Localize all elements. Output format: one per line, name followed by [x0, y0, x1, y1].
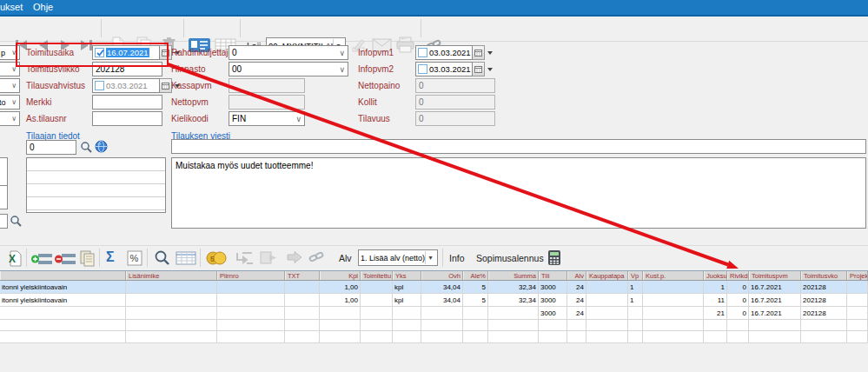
table-cell[interactable]	[643, 307, 704, 319]
column-header-Piirnro[interactable]: Piirnro	[217, 271, 285, 280]
table-cell[interactable]: 24	[567, 307, 586, 319]
table-cell[interactable]	[749, 320, 801, 330]
table-row[interactable]: itonni yleiskiintoavain1,00kpl34,04532,3…	[0, 294, 868, 307]
menu-item-ukset[interactable]: ukset	[0, 2, 23, 12]
cutoff-search-box[interactable]	[0, 214, 8, 229]
column-header-Alv[interactable]: Alv	[567, 271, 586, 280]
table-cell[interactable]	[847, 320, 868, 330]
table-cell[interactable]	[463, 331, 488, 342]
table-cell[interactable]	[0, 320, 126, 330]
table-cell[interactable]	[847, 331, 868, 342]
table-row[interactable]	[0, 331, 868, 343]
delete-row-icon[interactable]	[55, 252, 76, 266]
link-rows-icon[interactable]	[308, 250, 324, 264]
percent-icon[interactable]: %	[127, 250, 142, 266]
column-header-Projekti[interactable]: Projekti	[847, 271, 868, 280]
table-cell[interactable]	[643, 294, 704, 306]
sopimusalennus-button[interactable]: Sopimusalennus	[476, 253, 544, 263]
table-cell[interactable]: 5	[463, 294, 488, 306]
table-cell[interactable]	[421, 320, 463, 330]
table-cell[interactable]	[704, 320, 727, 330]
infopvm1-field[interactable]: 03.03.2021	[415, 45, 495, 60]
copy-to-order-icon[interactable]	[259, 249, 279, 265]
table-cell[interactable]: 202128	[801, 281, 847, 293]
date-dropdown-arrow[interactable]	[485, 45, 495, 60]
table-row[interactable]: itonni yleiskiintoavain1,00kpl34,04532,3…	[0, 281, 868, 294]
table-cell[interactable]: 24	[567, 294, 586, 306]
kielikoodi-select[interactable]: FIN∨	[229, 111, 305, 126]
infopvm1-checkbox[interactable]	[418, 48, 427, 57]
calculator-icon[interactable]	[547, 249, 561, 266]
table-cell[interactable]: 0	[727, 294, 749, 306]
excel-export-icon[interactable]: X	[6, 250, 23, 267]
table-row[interactable]: 30002421016.7.2021202128	[0, 307, 868, 320]
table-cell[interactable]	[393, 331, 421, 342]
table-cell[interactable]	[463, 307, 488, 319]
table-cell[interactable]	[488, 331, 539, 342]
table-cell[interactable]: kpl	[393, 281, 421, 293]
table-cell[interactable]	[421, 307, 463, 319]
column-header-Summa[interactable]: Summa	[488, 271, 539, 280]
table-cell[interactable]	[126, 294, 217, 306]
column-header-Toimitettu[interactable]: Toimitettu	[361, 271, 393, 280]
table-cell[interactable]: kpl	[393, 294, 421, 306]
cutoff-combobox[interactable]: ∨	[0, 78, 20, 93]
print-icon[interactable]	[396, 37, 417, 53]
table-cell[interactable]	[643, 320, 704, 330]
table-cell[interactable]	[586, 307, 628, 319]
table-cell[interactable]	[749, 331, 801, 342]
column-header-Yks[interactable]: Yks	[393, 271, 421, 280]
table-cell[interactable]	[361, 307, 393, 319]
calendar-picker-icon[interactable]	[473, 62, 485, 76]
table-cell[interactable]	[320, 331, 361, 342]
table-cell[interactable]	[463, 320, 488, 330]
column-header-Toimituspvm[interactable]: Toimituspvm	[749, 271, 801, 280]
table-cell[interactable]	[628, 331, 643, 342]
table-cell[interactable]	[393, 307, 421, 319]
table-cell[interactable]	[704, 331, 727, 342]
cutoff-textbox[interactable]	[0, 157, 8, 186]
column-header-Tili[interactable]: Tili	[539, 271, 567, 280]
table-cell[interactable]: 34,04	[421, 281, 463, 293]
transfer-rows-icon[interactable]	[235, 251, 255, 265]
table-cell[interactable]	[217, 307, 285, 319]
copy-rows-icon[interactable]	[79, 250, 96, 267]
table-cell[interactable]	[586, 331, 628, 342]
table-cell[interactable]: 11	[704, 294, 727, 306]
cutoff-combobox[interactable]: ∨	[0, 62, 20, 76]
menu-item-ohje[interactable]: Ohje	[33, 2, 53, 12]
table-cell[interactable]	[361, 281, 393, 293]
table-cell[interactable]: 32,34	[488, 294, 539, 306]
table-cell[interactable]	[285, 294, 320, 306]
column-header-Rivikdi[interactable]: Rivikdi	[727, 271, 749, 280]
table-cell[interactable]: 3000	[539, 294, 567, 306]
table-cell[interactable]	[126, 281, 217, 293]
table-cell[interactable]: 3000	[539, 307, 567, 319]
tilauksen-viesti-input[interactable]	[171, 139, 866, 154]
table-cell[interactable]	[488, 307, 539, 319]
table-cell[interactable]	[628, 320, 643, 330]
table-cell[interactable]	[628, 307, 643, 319]
grid-view-icon[interactable]	[176, 250, 196, 265]
table-cell[interactable]	[126, 307, 217, 319]
table-cell[interactable]	[217, 320, 285, 330]
table-cell[interactable]	[126, 331, 217, 342]
tilausvahvistus-checkbox[interactable]	[95, 81, 104, 90]
table-cell[interactable]	[217, 331, 285, 342]
cutoff-combobox[interactable]: to∨	[0, 95, 20, 110]
table-cell[interactable]	[567, 331, 586, 342]
table-cell[interactable]: 202128	[801, 307, 847, 319]
table-cell[interactable]: 16.7.2021	[749, 294, 801, 306]
as-tilausnr-field[interactable]	[92, 111, 162, 126]
info-button[interactable]: Info	[449, 253, 465, 263]
table-cell[interactable]	[727, 320, 749, 330]
table-cell[interactable]	[320, 320, 361, 330]
table-cell[interactable]: 1,00	[320, 281, 361, 293]
table-cell[interactable]: 16.7.2021	[749, 307, 801, 319]
table-cell[interactable]	[361, 331, 393, 342]
column-header-Juoksu[interactable]: Juoksu	[704, 271, 727, 280]
calendar-picker-icon[interactable]	[160, 45, 172, 60]
table-cell[interactable]: itonni yleiskiintoavain	[0, 294, 126, 306]
tilaaja-code-field[interactable]: 0	[26, 140, 76, 155]
table-cell[interactable]	[0, 307, 126, 319]
